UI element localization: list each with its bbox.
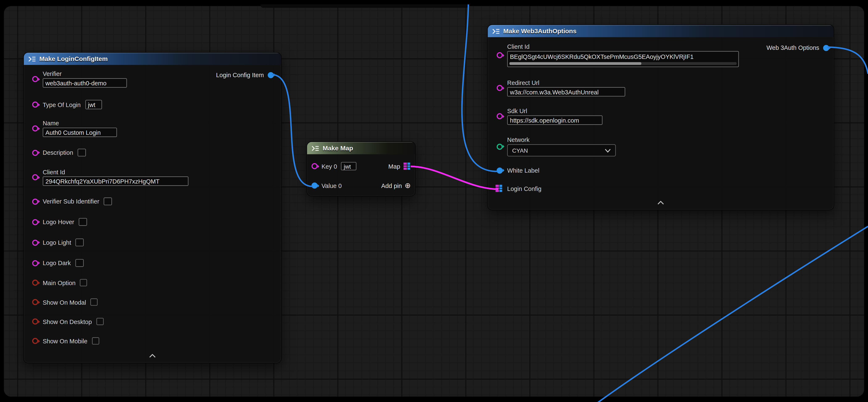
- name-input[interactable]: Auth0 Custom Login: [43, 127, 117, 137]
- show-on-mobile-pin[interactable]: [32, 338, 38, 344]
- pin-label: Key 0: [321, 163, 337, 169]
- login-config-item-output-pin[interactable]: [268, 72, 274, 78]
- main-option-pin[interactable]: [32, 280, 38, 286]
- pin-row-show-on-mobile: Show On Mobile: [32, 337, 99, 344]
- pin-label: Name: [43, 120, 59, 126]
- web3auth-options-output-pin[interactable]: [823, 45, 829, 51]
- node-header[interactable]: Make LoginConfigItem: [24, 53, 281, 65]
- output-label: Login Config Item: [216, 71, 264, 78]
- type-of-login-input[interactable]: jwt: [85, 100, 102, 109]
- main-option-checkbox[interactable]: [80, 279, 87, 286]
- pin-label: Verifier: [43, 70, 62, 77]
- pin-label: Description: [43, 149, 73, 156]
- logo-dark-pin[interactable]: [32, 260, 38, 266]
- sdk-url-pin[interactable]: [497, 113, 503, 119]
- type-of-login-pin[interactable]: [32, 102, 38, 108]
- pin-row-client-id: Client Id BEglQSgt4cUWcj6SKRdu5QkOXTsePm…: [497, 43, 739, 67]
- show-on-modal-pin[interactable]: [32, 299, 38, 305]
- pin-row-client-id: Client Id 294QRkchfq2YaXUbPri7D6PH7xzHgQ…: [32, 169, 188, 186]
- pin-row-show-on-modal: Show On Modal: [32, 298, 98, 306]
- name-pin[interactable]: [32, 125, 38, 132]
- blueprint-editor: Make LoginConfigItem Login Config Item V…: [0, 0, 868, 402]
- pin-label: Logo Light: [43, 239, 71, 246]
- output-label: Web 3Auth Options: [767, 45, 819, 51]
- white-label-pin[interactable]: [497, 167, 503, 173]
- pin-row-name: Name Auth0 Custom Login: [32, 120, 117, 137]
- add-pin-button[interactable]: Add pin ⊕: [381, 182, 411, 189]
- output-row: Web 3Auth Options: [767, 42, 829, 53]
- node-make-loginconfigitem[interactable]: Make LoginConfigItem Login Config Item V…: [23, 52, 282, 363]
- collapse-chevron-icon[interactable]: [149, 350, 156, 360]
- network-select[interactable]: CYAN: [507, 144, 616, 156]
- show-on-desktop-checkbox[interactable]: [96, 318, 103, 325]
- verifier-input[interactable]: web3auth-auth0-demo: [43, 78, 127, 88]
- map-output-label: Map: [389, 163, 400, 169]
- pin-row-type-of-login: Type Of Login jwt: [32, 100, 102, 109]
- node-title: Make Map: [323, 145, 353, 151]
- node-title: Make Web3AuthOptions: [503, 28, 577, 34]
- pin-row-logo-hover: Logo Hover: [32, 218, 87, 226]
- show-on-modal-checkbox[interactable]: [91, 298, 98, 306]
- pin-row-logo-dark: Logo Dark: [32, 259, 84, 267]
- pin-label: Show On Desktop: [43, 318, 92, 325]
- pin-label: Network: [507, 137, 529, 143]
- sdk-url-input[interactable]: https://sdk.openlogin.com: [507, 115, 602, 125]
- pin-row-description: Description: [32, 149, 86, 156]
- node-make-map[interactable]: Make Map Key 0 jwt Map Value 0 Add pin ⊕: [307, 142, 416, 196]
- pin-row-verifier: Verifier web3auth-auth0-demo: [32, 70, 127, 88]
- network-selected-value: CYAN: [512, 147, 528, 154]
- pin-row-verifier-sub-identifier: Verifier Sub Identifier: [32, 197, 112, 205]
- make-struct-icon: [492, 28, 500, 34]
- add-pin-label: Add pin: [381, 182, 402, 189]
- verifier-sub-identifier-input[interactable]: [104, 197, 112, 205]
- make-map-icon: [312, 145, 319, 151]
- pin-label: Main Option: [43, 280, 75, 286]
- pin-label: Type Of Login: [43, 101, 81, 108]
- client-id-pin[interactable]: [497, 52, 503, 58]
- client-id-input[interactable]: 294QRkchfq2YaXUbPri7D6PH7xzHgQMT: [43, 176, 188, 186]
- logo-hover-pin[interactable]: [32, 219, 38, 225]
- pin-label: Client Id: [507, 43, 529, 50]
- offscreen-node-edge[interactable]: [260, 4, 469, 8]
- network-pin[interactable]: [497, 143, 503, 149]
- logo-light-input[interactable]: [75, 239, 84, 247]
- login-config-pin[interactable]: [496, 185, 503, 192]
- pin-label: Value 0: [321, 182, 342, 189]
- node-header[interactable]: Make Map: [307, 142, 415, 154]
- logo-light-pin[interactable]: [32, 239, 38, 246]
- pin-label: Verifier Sub Identifier: [43, 198, 99, 205]
- scrollbar-thumb[interactable]: [509, 62, 641, 65]
- verifier-pin[interactable]: [32, 76, 38, 82]
- verifier-sub-identifier-pin[interactable]: [32, 198, 38, 204]
- pin-row-main-option: Main Option: [32, 279, 87, 286]
- client-id-input[interactable]: BEglQSgt4cUWcj6SKRdu5QkOXTsePmMcusG5EAoy…: [507, 51, 739, 67]
- description-pin[interactable]: [32, 149, 38, 155]
- show-on-mobile-checkbox[interactable]: [92, 337, 99, 344]
- pin-row-logo-light: Logo Light: [32, 239, 84, 247]
- key-0-input[interactable]: jwt: [341, 162, 356, 170]
- pin-row-white-label: White Label: [497, 167, 539, 174]
- key-0-pin[interactable]: [312, 163, 318, 169]
- logo-hover-input[interactable]: [79, 218, 87, 226]
- redirect-url-input[interactable]: w3a://com.w3a.Web3AuthUnreal: [507, 87, 625, 96]
- value-0-pin[interactable]: [312, 182, 318, 189]
- client-id-pin[interactable]: [32, 174, 38, 180]
- make-struct-icon: [28, 56, 36, 62]
- horizontal-scrollbar[interactable]: [509, 62, 737, 65]
- add-pin-icon: ⊕: [405, 182, 411, 189]
- node-header[interactable]: Make Web3AuthOptions: [488, 25, 834, 37]
- map-output-pin[interactable]: [404, 163, 411, 170]
- redirect-url-pin[interactable]: [497, 85, 503, 91]
- pin-label: White Label: [507, 167, 539, 174]
- map-row-key: Key 0 jwt Map: [312, 162, 411, 170]
- pin-label: Sdk Url: [507, 108, 527, 114]
- pin-label: Redirect Url: [507, 79, 539, 86]
- pin-label: Show On Mobile: [43, 338, 87, 344]
- collapse-chevron-icon[interactable]: [657, 197, 664, 207]
- node-make-web3authoptions[interactable]: Make Web3AuthOptions Web 3Auth Options C…: [487, 24, 834, 210]
- description-input[interactable]: [78, 149, 86, 156]
- pin-label: Logo Hover: [43, 219, 74, 225]
- show-on-desktop-pin[interactable]: [32, 318, 38, 325]
- node-title: Make LoginConfigItem: [39, 56, 107, 62]
- logo-dark-input[interactable]: [75, 259, 84, 267]
